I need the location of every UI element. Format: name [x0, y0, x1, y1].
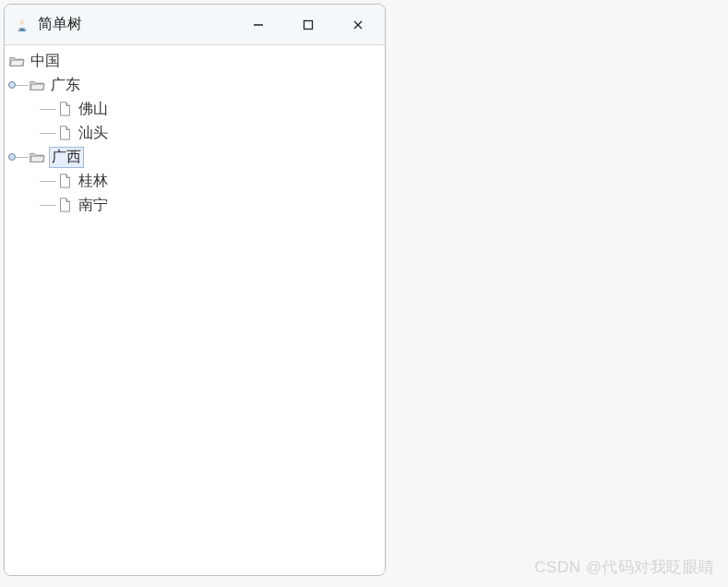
tree-node-label: 南宁 [77, 196, 110, 215]
maximize-button[interactable] [287, 10, 329, 40]
tree-node-leaf[interactable]: 汕头 [8, 121, 381, 145]
tree-node-label: 桂林 [77, 172, 110, 191]
file-icon [56, 173, 73, 189]
app-window: 简单树 中国 [4, 4, 386, 576]
minimize-button[interactable] [237, 10, 280, 40]
tree-node-label: 广西 [49, 147, 84, 168]
folder-open-icon [29, 149, 45, 165]
title-bar[interactable]: 简单树 [5, 5, 385, 45]
tree-node-root[interactable]: 中国 [8, 49, 381, 73]
watermark-text: CSDN @代码对我眨眼睛 [534, 557, 715, 578]
folder-open-icon [29, 77, 45, 93]
file-icon [56, 197, 73, 213]
tree: 中国 广东 [8, 49, 381, 217]
java-icon [14, 17, 30, 33]
tree-node-folder[interactable]: 广西 [8, 145, 381, 169]
tree-panel[interactable]: 中国 广东 [5, 45, 385, 575]
svg-rect-2 [304, 20, 313, 29]
tree-node-label: 佛山 [77, 100, 110, 119]
window-controls [237, 10, 379, 40]
close-button[interactable] [337, 10, 379, 40]
tree-node-leaf[interactable]: 佛山 [8, 97, 381, 121]
tree-node-label: 广东 [49, 76, 82, 95]
window-title: 简单树 [38, 15, 237, 34]
file-icon [56, 125, 73, 141]
svg-point-0 [18, 30, 27, 31]
folder-open-icon [8, 53, 25, 69]
tree-node-label: 汕头 [77, 124, 110, 143]
tree-node-leaf[interactable]: 南宁 [8, 193, 381, 217]
tree-node-label: 中国 [29, 52, 62, 71]
expand-toggle-icon[interactable] [8, 153, 16, 161]
tree-node-leaf[interactable]: 桂林 [8, 169, 381, 193]
expand-toggle-icon[interactable] [8, 81, 16, 89]
tree-node-folder[interactable]: 广东 [8, 73, 381, 97]
file-icon [56, 101, 73, 117]
